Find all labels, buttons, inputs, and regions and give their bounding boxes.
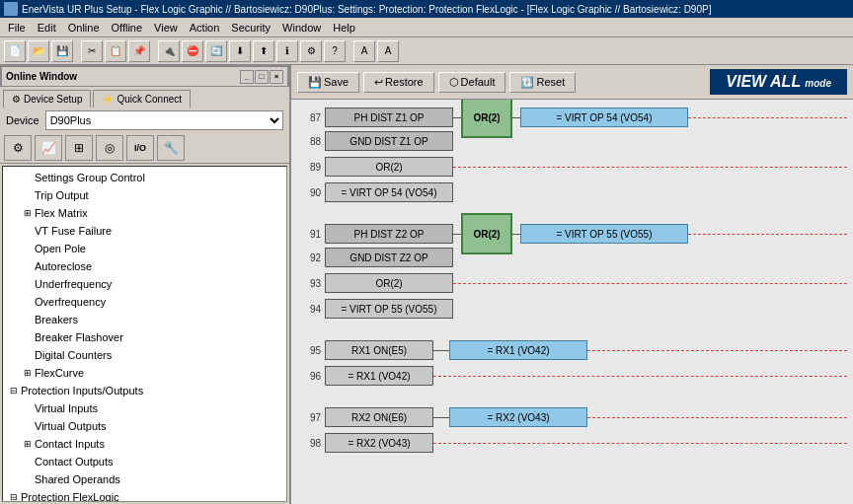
tb-save[interactable]: 💾 [51, 40, 73, 62]
tb-connect[interactable]: 🔌 [158, 40, 180, 62]
tb-copy[interactable]: 📋 [105, 40, 126, 62]
expand-icon: ⊞ [21, 366, 35, 380]
output-box-91[interactable]: = VIRT OP 55 (VO55) [520, 224, 688, 244]
menu-online[interactable]: Online [62, 20, 106, 36]
tree-item-prot-flexlogic[interactable]: ⊟ Protection FlexLogic [3, 488, 286, 502]
device-row: Device D90Plus [0, 108, 289, 133]
tree-item-contact-inputs[interactable]: ⊞ Contact Inputs [3, 435, 286, 453]
tb-zoom-in[interactable]: A [353, 40, 375, 62]
input-box-92[interactable]: GND DIST Z2 OP [325, 248, 453, 267]
tree-item-digital-counters[interactable]: Digital Counters [3, 346, 286, 364]
logic-row-91: 91 PH DIST Z2 OP OR(2) = VIRT OP 55 (VO5… [297, 222, 847, 246]
logic-row-96: 96 = RX1 (VO42) [297, 364, 847, 388]
tb-refresh[interactable]: 🔄 [205, 40, 227, 62]
output-box-97[interactable]: = RX2 (VO43) [449, 407, 587, 427]
tab-device-setup-icon: ⚙ [12, 94, 21, 105]
tree-item-open-pole[interactable]: Open Pole [3, 240, 286, 257]
expand-icon: ⊞ [21, 437, 35, 451]
expand-icon [21, 472, 35, 486]
tree-item-breaker-flashover[interactable]: Breaker Flashover [3, 328, 286, 346]
tb-upload[interactable]: ⬆ [253, 40, 274, 62]
logic-row-98: 98 = RX2 (VO43) [297, 431, 847, 455]
input-box-93[interactable]: OR(2) [325, 273, 453, 293]
input-box-98[interactable]: = RX2 (VO43) [325, 433, 433, 453]
tb-settings[interactable]: ⚙ [300, 40, 322, 62]
tb-cut[interactable]: ✂ [81, 40, 103, 62]
menu-security[interactable]: Security [225, 20, 276, 36]
tree-item-settings-group[interactable]: Settings Group Control [3, 169, 286, 186]
menu-window[interactable]: Window [276, 20, 327, 36]
expand-icon [21, 348, 35, 362]
menu-view[interactable]: View [148, 20, 184, 36]
expand-icon [21, 313, 35, 326]
icon-btn-io[interactable]: I/O [126, 135, 154, 161]
tree-item-flex-matrix[interactable]: ⊞ Flex Matrix [3, 204, 286, 222]
tree-item-virtual-outputs[interactable]: Virtual Outputs [3, 417, 286, 435]
reset-button[interactable]: 🔃 Reset [509, 72, 576, 93]
tree-item-breakers[interactable]: Breakers [3, 311, 286, 328]
default-button[interactable]: ⬡ Default [438, 72, 506, 93]
toolbar: 📄 📂 💾 ✂ 📋 📌 🔌 ⛔ 🔄 ⬇ ⬆ ℹ ⚙ ? A A [0, 37, 853, 65]
tb-disconnect[interactable]: ⛔ [182, 40, 203, 62]
tree-item-autoreclose[interactable]: Autoreclose [3, 257, 286, 275]
tab-row: ⚙ Device Setup ⚡ Quick Connect [0, 87, 289, 108]
menu-edit[interactable]: Edit [32, 20, 62, 36]
dashed-connector-97 [587, 417, 847, 418]
input-box-87[interactable]: PH DIST Z1 OP [325, 108, 453, 127]
row-num-95: 95 [297, 345, 321, 356]
menu-action[interactable]: Action [184, 20, 226, 36]
reset-icon: 🔃 [520, 76, 534, 89]
input-box-91[interactable]: PH DIST Z2 OP [325, 224, 453, 244]
view-all-box[interactable]: VIEW ALL mode [710, 69, 847, 95]
tb-download[interactable]: ⬇ [229, 40, 251, 62]
left-panel: Online Window _ □ × ⚙ Device Setup ⚡ Qui… [0, 65, 291, 504]
tb-zoom-out[interactable]: A [377, 40, 399, 62]
input-box-94[interactable]: = VIRT OP 55 (VO55) [325, 299, 453, 319]
tree-container[interactable]: Settings Group Control Trip Output ⊞ Fle… [2, 166, 287, 502]
flex-canvas[interactable]: 87 PH DIST Z1 OP OR(2) = VIRT OP 54 (VO5… [291, 100, 853, 504]
tab-device-setup[interactable]: ⚙ Device Setup [3, 90, 91, 108]
icon-btn-tool[interactable]: 🔧 [157, 135, 185, 161]
tree-item-prot-io[interactable]: ⊟ Protection Inputs/Outputs [3, 382, 286, 399]
icon-btn-settings[interactable]: ⚙ [4, 135, 32, 161]
output-box-87[interactable]: = VIRT OP 54 (VO54) [520, 108, 688, 127]
tb-info[interactable]: ℹ [276, 40, 298, 62]
save-button[interactable]: 💾 Save [297, 72, 359, 93]
menu-file[interactable]: File [2, 20, 32, 36]
tree-item-overfreq[interactable]: Overfrequency [3, 293, 286, 311]
tb-help[interactable]: ? [324, 40, 346, 62]
tab-quick-connect[interactable]: ⚡ Quick Connect [93, 90, 191, 108]
row-num-98: 98 [297, 438, 321, 449]
input-box-96[interactable]: = RX1 (VO42) [325, 366, 433, 386]
icon-btn-chart[interactable]: 📈 [35, 135, 62, 161]
expand-icon [21, 330, 35, 344]
tree-item-underfreq[interactable]: Underfrequency [3, 275, 286, 293]
icon-btn-grid[interactable]: ⊞ [65, 135, 93, 161]
tree-item-virtual-inputs[interactable]: Virtual Inputs [3, 399, 286, 417]
input-box-97[interactable]: RX2 ON(E6) [325, 407, 433, 427]
restore-button[interactable]: ↩ Restore [363, 72, 434, 93]
tb-paste[interactable]: 📌 [128, 40, 150, 62]
expand-icon [21, 188, 35, 202]
tree-item-trip-output[interactable]: Trip Output [3, 186, 286, 204]
logic-section-1: 87 PH DIST Z1 OP OR(2) = VIRT OP 54 (VO5… [297, 106, 847, 204]
ow-close[interactable]: × [270, 70, 283, 84]
input-box-90[interactable]: = VIRT OP 54 (VO54) [325, 182, 453, 202]
device-select[interactable]: D90Plus [45, 110, 283, 130]
input-box-89[interactable]: OR(2) [325, 157, 453, 177]
ow-maximize[interactable]: □ [255, 70, 269, 84]
input-box-88[interactable]: GND DIST Z1 OP [325, 131, 453, 151]
tree-item-flexcurve[interactable]: ⊞ FlexCurve [3, 364, 286, 382]
output-box-95[interactable]: = RX1 (VO42) [449, 340, 587, 360]
tb-open[interactable]: 📂 [28, 40, 49, 62]
tree-item-vt-fuse[interactable]: VT Fuse Failure [3, 222, 286, 240]
tb-new[interactable]: 📄 [4, 40, 26, 62]
tree-item-contact-outputs[interactable]: Contact Outputs [3, 453, 286, 470]
ow-minimize[interactable]: _ [240, 70, 254, 84]
save-label: Save [324, 76, 349, 88]
menu-offline[interactable]: Offline [106, 20, 149, 36]
input-box-95[interactable]: RX1 ON(E5) [325, 340, 433, 360]
tree-item-shared-operands[interactable]: Shared Operands [3, 470, 286, 488]
icon-btn-dial[interactable]: ◎ [96, 135, 123, 161]
menu-help[interactable]: Help [327, 20, 361, 36]
